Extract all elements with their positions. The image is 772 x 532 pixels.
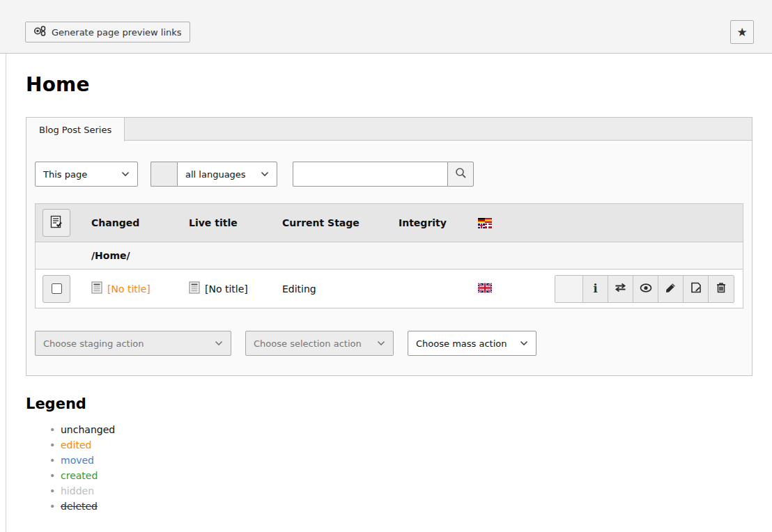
- path-row: /Home/: [36, 242, 743, 269]
- star-icon: ★: [736, 25, 747, 39]
- tab-label: Blog Post Series: [39, 125, 111, 135]
- language-cell: [478, 283, 555, 295]
- selection-action-value: Choose selection action: [254, 338, 362, 349]
- list-check-icon: [50, 215, 63, 231]
- table-header-row: Changed Live title Current Stage Integri…: [36, 204, 743, 242]
- eye-link-icon: [33, 26, 46, 38]
- mass-actions-row: Choose staging action Choose selection a…: [35, 331, 743, 356]
- legend-section: Legend unchanged edited moved created hi…: [6, 376, 772, 514]
- action-spacer: [555, 276, 583, 302]
- mass-action-select[interactable]: Choose mass action: [408, 331, 536, 356]
- legend-item-edited: edited: [49, 437, 772, 453]
- legend-item-created: created: [49, 468, 772, 483]
- search-group: [293, 162, 474, 187]
- chevron-down-icon: [121, 171, 130, 177]
- preview-button[interactable]: [633, 276, 658, 302]
- module-body: Home Blog Post Series This page all lang…: [6, 54, 772, 532]
- legend-item-deleted: deleted: [49, 499, 772, 514]
- tab-bar-filler: [125, 117, 752, 141]
- generate-preview-links-button[interactable]: Generate page preview links: [25, 22, 190, 42]
- column-header-current-stage: Current Stage: [282, 217, 399, 228]
- multi-flags-icon: [478, 218, 492, 228]
- live-title-cell: [No title]: [189, 281, 282, 296]
- mass-action-value: Choose mass action: [416, 338, 507, 349]
- staging-action-value: Choose staging action: [43, 338, 144, 349]
- filter-row: This page all languages: [35, 162, 743, 187]
- info-icon: i: [593, 283, 597, 295]
- changed-title[interactable]: [No title]: [107, 283, 150, 295]
- legend-item-unchanged: unchanged: [49, 422, 772, 437]
- magnifier-icon: [455, 167, 467, 181]
- open-record-button[interactable]: [684, 276, 709, 302]
- chevron-down-icon: [520, 341, 528, 346]
- swap-arrows-icon: [615, 283, 626, 295]
- legend-list: unchanged edited moved created hidden de…: [49, 422, 772, 514]
- pencil-icon: [665, 283, 676, 295]
- edit-button[interactable]: [658, 276, 684, 302]
- language-select-value: all languages: [185, 169, 246, 180]
- chevron-down-icon: [215, 341, 223, 346]
- page-path: /Home/: [91, 250, 189, 261]
- page-document-icon: [189, 281, 200, 296]
- eye-icon: [640, 283, 652, 295]
- chevron-down-icon: [261, 171, 269, 177]
- info-button[interactable]: i: [583, 276, 608, 302]
- tab-blog-post-series[interactable]: Blog Post Series: [26, 117, 125, 141]
- legend-item-hidden: hidden: [49, 483, 772, 499]
- chevron-down-icon: [377, 341, 385, 346]
- uk-flag-icon: [478, 283, 492, 295]
- trash-icon: [716, 282, 726, 295]
- language-icon-addon: [150, 162, 177, 187]
- legend-item-moved: moved: [49, 453, 772, 468]
- legend-title: Legend: [26, 396, 772, 412]
- search-button[interactable]: [447, 162, 474, 187]
- tab-bar: Blog Post Series: [26, 117, 752, 141]
- row-checkbox-button[interactable]: [43, 275, 70, 303]
- selection-action-select[interactable]: Choose selection action: [245, 331, 394, 356]
- changed-title-cell: [No title]: [91, 281, 189, 296]
- language-select[interactable]: all languages: [177, 162, 277, 187]
- checkbox-icon: [52, 283, 62, 294]
- page-document-icon: [91, 281, 102, 296]
- send-to-stage-button[interactable]: [608, 276, 633, 302]
- generate-preview-links-label: Generate page preview links: [52, 27, 182, 38]
- depth-select-value: This page: [43, 169, 87, 180]
- search-input[interactable]: [293, 162, 447, 187]
- page-title: Home: [6, 54, 772, 96]
- current-stage-cell: Editing: [282, 283, 399, 295]
- edit-record-icon: [690, 282, 702, 295]
- column-header-changed: Changed: [91, 217, 189, 228]
- staging-action-select[interactable]: Choose staging action: [35, 331, 231, 356]
- record-row: [No title] [No title] Editing: [36, 269, 743, 308]
- column-header-integrity: Integrity: [399, 217, 478, 228]
- workspace-panel: This page all languages: [26, 141, 752, 376]
- column-header-language: [478, 218, 743, 228]
- select-all-button[interactable]: [43, 209, 70, 237]
- language-filter-group: all languages: [150, 162, 277, 187]
- column-header-live-title: Live title: [189, 217, 282, 228]
- depth-select[interactable]: This page: [35, 162, 138, 187]
- doc-header: Generate page preview links ★: [0, 0, 772, 54]
- row-action-buttons: i: [555, 275, 734, 303]
- workspace-table: Changed Live title Current Stage Integri…: [35, 203, 743, 308]
- delete-button[interactable]: [709, 276, 734, 302]
- bookmark-button[interactable]: ★: [730, 20, 754, 44]
- live-title: [No title]: [205, 283, 248, 295]
